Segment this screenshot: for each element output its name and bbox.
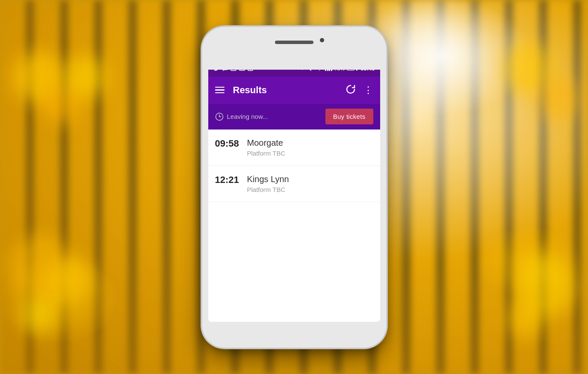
- result-time-0: 09:58: [215, 138, 247, 149]
- hamburger-line: [215, 89, 225, 91]
- hamburger-line: [215, 87, 225, 88]
- leaving-now-label: Leaving now...: [227, 113, 268, 120]
- result-item-1[interactable]: 12:21 Kings Lynn Platform TBC: [208, 166, 380, 202]
- result-platform-0: Platform TBC: [247, 150, 373, 157]
- result-details-1: Kings Lynn Platform TBC: [247, 174, 373, 193]
- phone-body: R !: [202, 27, 386, 347]
- phone-top-hardware: [202, 27, 386, 70]
- clock-icon: [215, 112, 224, 121]
- result-time-1: 12:21: [215, 174, 247, 186]
- leaving-now-area: Leaving now...: [215, 112, 268, 121]
- sub-bar: Leaving now... Buy tickets: [208, 104, 380, 130]
- app-bar: Results ⋮: [208, 77, 380, 104]
- phone-mockup: R !: [202, 27, 386, 347]
- page-title: Results: [233, 85, 345, 96]
- speaker-grille: [275, 41, 313, 44]
- result-destination-0: Moorgate: [247, 138, 373, 148]
- hamburger-menu-button[interactable]: [215, 87, 225, 94]
- results-list: 09:58 Moorgate Platform TBC 12:21 Kings …: [208, 130, 380, 322]
- result-destination-1: Kings Lynn: [247, 174, 373, 184]
- result-item-0[interactable]: 09:58 Moorgate Platform TBC: [208, 130, 380, 166]
- refresh-button[interactable]: [345, 83, 357, 97]
- buy-tickets-button[interactable]: Buy tickets: [325, 109, 373, 124]
- app-bar-actions: ⋮: [345, 83, 373, 97]
- more-options-button[interactable]: ⋮: [363, 85, 373, 95]
- svg-point-8: [319, 70, 320, 71]
- front-camera: [320, 38, 324, 42]
- result-details-0: Moorgate Platform TBC: [247, 138, 373, 157]
- hamburger-line: [215, 92, 225, 94]
- phone-screen: R !: [208, 61, 380, 322]
- result-platform-1: Platform TBC: [247, 186, 373, 193]
